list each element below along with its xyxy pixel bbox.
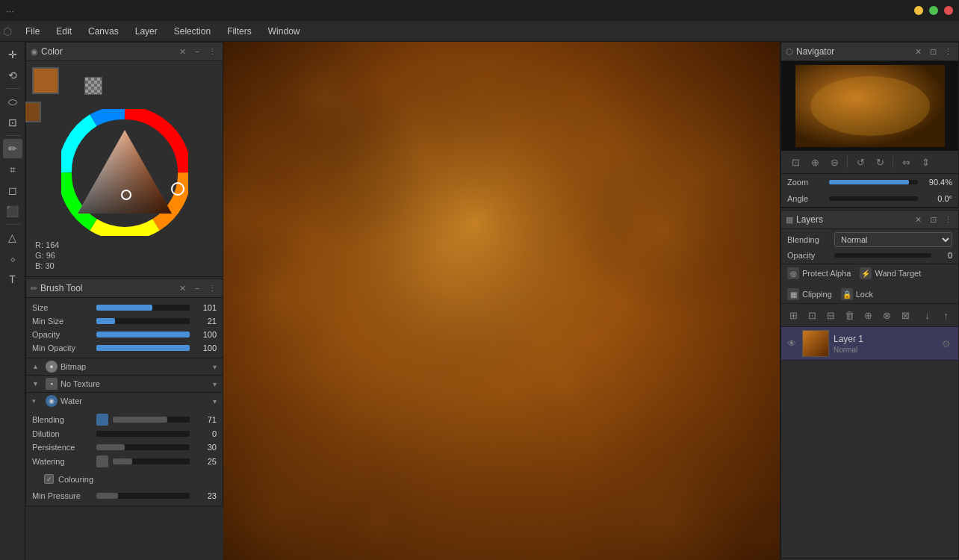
layer-add-raster[interactable]: ⊞ <box>786 307 801 323</box>
fill-tool[interactable]: ⬛ <box>3 202 22 221</box>
maximize-button[interactable] <box>929 6 938 15</box>
vector-tool[interactable]: ⬦ <box>3 249 22 268</box>
brush-tool[interactable]: ✏ <box>3 139 22 158</box>
layer-duplicate[interactable]: ⊠ <box>898 307 913 323</box>
right-panels: ⬡ Navigator ✕ ⊡ ⋮ <box>780 42 959 560</box>
blending-slider[interactable] <box>113 414 190 425</box>
nav-flip-h[interactable]: ⇔ <box>898 154 914 170</box>
colouring-checkbox[interactable]: ✓ <box>44 474 54 484</box>
layer-name: Layer 1 <box>834 334 934 344</box>
layer-add-vector[interactable]: ⊡ <box>804 307 820 323</box>
navigator-close[interactable]: ✕ <box>912 46 924 57</box>
nav-zoom-fit[interactable]: ⊡ <box>787 154 804 170</box>
color-wheel[interactable] <box>61 109 188 236</box>
wand-target-label: Wand Target <box>875 269 921 278</box>
move-tool[interactable]: ✛ <box>3 45 22 64</box>
layer-settings-button[interactable]: ⚙ <box>939 336 954 351</box>
menu-layer[interactable]: Layer <box>128 24 165 39</box>
bitmap-label: Bitmap <box>60 362 210 371</box>
transform-tool[interactable]: ⟲ <box>3 66 22 85</box>
persistence-slider[interactable] <box>96 442 190 452</box>
minopacity-slider[interactable] <box>96 343 190 353</box>
titlebar-dots: ··· <box>6 5 14 16</box>
brush-panel-menu[interactable]: ⋮ <box>206 282 218 294</box>
zoom-value: 90.4% <box>922 178 952 187</box>
notexture-option[interactable]: ▼ ▪ No Texture ▾ <box>26 375 223 392</box>
layer-merge-down[interactable]: ⊕ <box>860 307 876 323</box>
dilution-slider[interactable] <box>96 429 190 439</box>
layer-add-group[interactable]: ⊟ <box>823 307 839 323</box>
menu-filters[interactable]: Filters <box>220 24 259 39</box>
layer-move-down[interactable]: ↓ <box>919 307 935 323</box>
layers-menu[interactable]: ⋮ <box>942 214 954 225</box>
wand-target-check[interactable]: ⚡ Wand Target <box>860 267 921 279</box>
nav-flip-v[interactable]: ⇕ <box>917 154 934 170</box>
layers-close[interactable]: ✕ <box>912 214 924 225</box>
color-swatches <box>32 67 77 105</box>
clipping-check[interactable]: ▦ Clipping <box>787 288 832 300</box>
minpressure-slider[interactable] <box>96 491 190 501</box>
text-tool[interactable]: T <box>3 270 22 289</box>
brush-panel: ✏ Brush Tool ✕ − ⋮ Size 101 <box>25 279 223 506</box>
protect-alpha-check[interactable]: ◎ Protect Alpha <box>787 267 851 279</box>
svg-point-1 <box>810 76 930 136</box>
brush-panel-close[interactable]: ✕ <box>176 282 188 294</box>
minsize-slider[interactable] <box>96 316 190 326</box>
color-panel-close[interactable]: ✕ <box>176 46 188 57</box>
color-panel-collapse[interactable]: − <box>191 46 203 57</box>
background-color[interactable] <box>25 102 41 122</box>
angle-slider-bg <box>829 196 918 201</box>
minpressure-slider-fill <box>96 493 118 499</box>
minimize-button[interactable] <box>914 6 923 15</box>
angle-slider[interactable] <box>829 193 918 204</box>
layer-visibility-toggle[interactable]: 👁 <box>786 338 798 349</box>
size-slider[interactable] <box>96 302 190 313</box>
opacity-slider[interactable] <box>834 250 931 261</box>
lock-check[interactable]: 🔒 Lock <box>841 288 873 300</box>
menu-edit[interactable]: Edit <box>49 24 79 39</box>
nav-rotate-right[interactable]: ↻ <box>872 154 888 170</box>
color-panel-menu[interactable]: ⋮ <box>206 46 218 57</box>
menu-selection[interactable]: Selection <box>167 24 218 39</box>
navigator-detach[interactable]: ⊡ <box>927 46 939 57</box>
brush-panel-collapse[interactable]: − <box>191 282 203 294</box>
eraser-tool[interactable]: ◻ <box>3 181 22 200</box>
layer-item[interactable]: 👁 Layer 1 Normal ⚙ <box>781 327 958 361</box>
bitmap-option[interactable]: ▲ ● Bitmap ▾ <box>26 358 223 375</box>
blending-select[interactable]: Normal Multiply Screen Overlay <box>834 232 952 247</box>
brush-panel-icon: ✏ <box>31 284 37 293</box>
zoom-label: Zoom <box>787 178 825 187</box>
layer-move-up[interactable]: ↑ <box>938 307 954 323</box>
lasso-tool[interactable]: ⊡ <box>3 113 22 132</box>
menu-canvas[interactable]: Canvas <box>81 24 126 39</box>
navigator-menu[interactable]: ⋮ <box>942 46 954 57</box>
canvas-area[interactable] <box>223 42 780 560</box>
foreground-color[interactable] <box>32 67 59 94</box>
nav-zoom-in[interactable]: ⊕ <box>807 154 823 170</box>
navigator-icon: ⬡ <box>786 47 793 57</box>
bitmap-arrow: ▾ <box>213 363 217 371</box>
b-label: B: 30 <box>35 261 55 270</box>
menu-file[interactable]: File <box>18 24 47 39</box>
opacity-slider[interactable] <box>96 329 190 340</box>
nav-zoom-out[interactable]: ⊖ <box>826 154 842 170</box>
transparent-swatch[interactable] <box>84 77 102 95</box>
layers-detach[interactable]: ⊡ <box>927 214 939 225</box>
minpressure-row: Min Pressure 23 <box>26 489 223 505</box>
layer-delete[interactable]: 🗑 <box>842 307 857 323</box>
zoom-slider[interactable] <box>829 177 918 187</box>
angle-value: 0.0° <box>922 194 952 203</box>
selection-tool[interactable]: ⬭ <box>3 92 22 111</box>
water-option[interactable]: ▾ ◉ Water ▾ <box>26 392 223 409</box>
eyedropper-tool[interactable]: ⌗ <box>3 160 22 179</box>
shape-tool[interactable]: △ <box>3 228 22 247</box>
close-button[interactable] <box>944 6 953 15</box>
clipping-icon: ▦ <box>787 288 799 300</box>
watering-slider[interactable] <box>113 456 190 467</box>
watering-slider-fill <box>113 458 132 464</box>
layer-flatten[interactable]: ⊗ <box>879 307 895 323</box>
menu-window[interactable]: Window <box>261 24 308 39</box>
nav-rotate-left[interactable]: ↺ <box>852 154 869 170</box>
layers-options: Blending Normal Multiply Screen Overlay … <box>781 229 958 264</box>
painting-canvas[interactable] <box>223 42 780 560</box>
